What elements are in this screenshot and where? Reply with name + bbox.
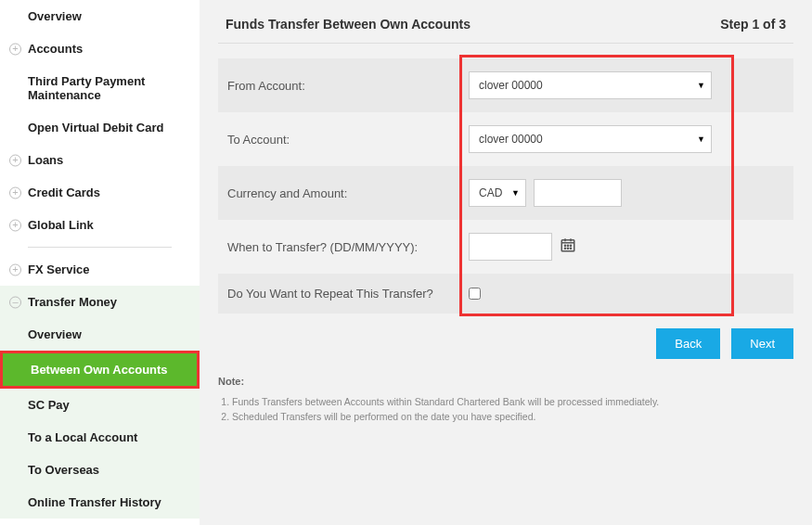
- divider: [28, 247, 172, 248]
- chevron-down-icon: ▼: [697, 126, 705, 152]
- sidebar-subitem-overseas[interactable]: To Overseas: [0, 454, 200, 486]
- currency-amount-label: Currency and Amount:: [227, 186, 469, 200]
- repeat-checkbox[interactable]: [469, 288, 481, 300]
- next-button[interactable]: Next: [731, 328, 793, 359]
- plus-icon: +: [9, 43, 21, 55]
- sidebar-item-label: Loans: [28, 153, 63, 167]
- sidebar-item-label: Overview: [28, 327, 82, 341]
- sidebar-item-label: Global Link: [28, 218, 94, 232]
- notes-section: Note: Funds Transfers between Accounts w…: [218, 376, 793, 422]
- form-area: From Account: clover 00000 ▼ To Account:…: [218, 58, 793, 314]
- plus-icon: +: [9, 263, 21, 275]
- sidebar-item-open-virtual[interactable]: Open Virtual Debit Card: [0, 111, 200, 144]
- sidebar-item-transfer-money[interactable]: – Transfer Money: [0, 286, 200, 318]
- amount-input[interactable]: [534, 179, 622, 207]
- currency-select[interactable]: CAD ▼: [469, 179, 526, 207]
- plus-icon: +: [9, 154, 21, 166]
- select-value: clover 00000: [479, 133, 543, 146]
- sidebar-item-label: To Overseas: [28, 463, 99, 477]
- sidebar-item-label: Online Transfer History: [28, 495, 161, 509]
- select-value: clover 00000: [479, 79, 543, 92]
- sidebar-item-label: Transfer Money: [28, 295, 117, 309]
- sidebar-item-credit-cards[interactable]: + Credit Cards: [0, 176, 200, 209]
- minus-icon: –: [9, 296, 21, 308]
- sidebar-item-label: FX Service: [28, 262, 90, 276]
- repeat-label: Do You Want to Repeat This Transfer?: [227, 287, 469, 301]
- sidebar-subitem-between-own-accounts[interactable]: Between Own Accounts: [0, 351, 200, 389]
- sidebar-subitem-transfer-history[interactable]: Online Transfer History: [0, 486, 200, 519]
- sidebar-item-third-party[interactable]: Third Party Payment Maintenance: [0, 65, 200, 111]
- svg-point-4: [564, 245, 565, 246]
- svg-point-7: [564, 248, 565, 249]
- plus-icon: +: [9, 219, 21, 231]
- main-content: Funds Transfer Between Own Accounts Step…: [200, 0, 812, 525]
- step-indicator: Step 1 of 3: [720, 17, 786, 32]
- chevron-down-icon: ▼: [697, 72, 705, 98]
- sidebar-item-loans[interactable]: + Loans: [0, 144, 200, 176]
- sidebar-item-label: SC Pay: [28, 398, 70, 412]
- select-value: CAD: [479, 186, 502, 199]
- sidebar-item-label: To a Local Account: [28, 430, 137, 444]
- sidebar-subitem-local-account[interactable]: To a Local Account: [0, 421, 200, 454]
- calendar-icon[interactable]: [560, 237, 576, 258]
- when-label: When to Transfer? (DD/MM/YYYY):: [227, 240, 469, 254]
- sidebar-item-global-link[interactable]: + Global Link: [0, 209, 200, 241]
- from-account-label: From Account:: [227, 79, 469, 93]
- page-header: Funds Transfer Between Own Accounts Step…: [218, 17, 793, 44]
- sidebar-item-label: Accounts: [28, 42, 83, 56]
- svg-point-8: [567, 248, 568, 249]
- sidebar-transfer-money-section: – Transfer Money Overview Between Own Ac…: [0, 286, 200, 519]
- note-item: Funds Transfers between Accounts within …: [232, 396, 793, 407]
- svg-point-9: [570, 248, 571, 249]
- plus-icon: +: [9, 186, 21, 198]
- sidebar-subitem-overview[interactable]: Overview: [0, 318, 200, 351]
- from-account-select[interactable]: clover 00000 ▼: [469, 71, 712, 99]
- svg-point-5: [567, 245, 568, 246]
- notes-title: Note:: [218, 376, 793, 387]
- sidebar-item-overview[interactable]: Overview: [0, 0, 200, 32]
- date-input[interactable]: [469, 233, 552, 261]
- sidebar-item-fx-service[interactable]: + FX Service: [0, 253, 200, 286]
- sidebar-subitem-sc-pay[interactable]: SC Pay: [0, 389, 200, 421]
- sidebar-item-label: Third Party Payment Maintenance: [28, 74, 145, 102]
- sidebar: Overview + Accounts Third Party Payment …: [0, 0, 200, 525]
- to-account-select[interactable]: clover 00000 ▼: [469, 125, 712, 153]
- back-button[interactable]: Back: [656, 328, 720, 359]
- chevron-down-icon: ▼: [511, 180, 520, 206]
- sidebar-item-label: Overview: [28, 9, 82, 23]
- note-item: Scheduled Transfers will be performed on…: [232, 411, 793, 422]
- sidebar-item-accounts[interactable]: + Accounts: [0, 32, 200, 65]
- sidebar-item-label: Open Virtual Debit Card: [28, 121, 163, 134]
- sidebar-item-label: Credit Cards: [28, 186, 100, 199]
- svg-point-6: [570, 245, 571, 246]
- sidebar-item-label: Between Own Accounts: [31, 363, 168, 377]
- page-title: Funds Transfer Between Own Accounts: [226, 17, 470, 32]
- to-account-label: To Account:: [227, 133, 469, 147]
